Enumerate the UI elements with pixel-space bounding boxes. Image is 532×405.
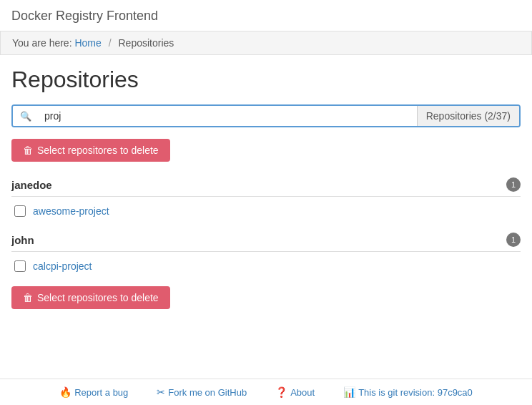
app-title: Docker Registry Frontend bbox=[0, 0, 532, 31]
delete-button-bottom-label: Select repositores to delete bbox=[37, 292, 159, 303]
search-icon bbox=[20, 111, 31, 122]
delete-button-top[interactable]: Select repositores to delete bbox=[11, 139, 170, 162]
delete-button-top-label: Select repositores to delete bbox=[37, 145, 159, 156]
page-heading: Repositories bbox=[11, 67, 521, 93]
github-icon bbox=[157, 386, 165, 398]
delete-button-bottom[interactable]: Select repositores to delete bbox=[11, 286, 170, 309]
repo-checkbox-awesome-project[interactable] bbox=[14, 205, 26, 217]
breadcrumb-separator: / bbox=[109, 37, 112, 49]
repo-group-john: john 1 calcpi-project bbox=[11, 228, 521, 278]
about-label: About bbox=[290, 387, 315, 398]
revision-label: This is git revision: 97c9ca0 bbox=[358, 387, 473, 398]
repo-item-calcpi-project: calcpi-project bbox=[11, 255, 521, 278]
fork-github-label: Fork me on GitHub bbox=[168, 387, 247, 398]
group-badge-john: 1 bbox=[506, 233, 521, 247]
group-header-john: john 1 bbox=[11, 228, 521, 252]
breadcrumb-current: Repositories bbox=[118, 37, 174, 49]
breadcrumb-bar: You are here: Home / Repositories bbox=[0, 31, 532, 55]
trash-icon-top bbox=[23, 145, 33, 156]
about-link[interactable]: About bbox=[275, 386, 315, 398]
group-name-john: john bbox=[11, 234, 34, 246]
footer: Report a bug Fork me on GitHub About Thi… bbox=[0, 379, 532, 405]
repo-group-janedoe: janedoe 1 awesome-project bbox=[11, 173, 521, 223]
repo-item-awesome-project: awesome-project bbox=[11, 200, 521, 223]
repo-link-calcpi-project[interactable]: calcpi-project bbox=[33, 260, 92, 272]
group-name-janedoe: janedoe bbox=[11, 179, 52, 191]
breadcrumb-prefix: You are here: bbox=[12, 37, 72, 49]
fork-github-link[interactable]: Fork me on GitHub bbox=[157, 386, 247, 398]
bug-icon bbox=[59, 386, 72, 398]
group-badge-janedoe: 1 bbox=[506, 177, 521, 192]
report-bug-link[interactable]: Report a bug bbox=[59, 386, 128, 398]
repo-checkbox-calcpi-project[interactable] bbox=[14, 260, 26, 272]
repo-count-badge: Repositories (2/37) bbox=[417, 106, 519, 126]
group-header-janedoe: janedoe 1 bbox=[11, 173, 521, 197]
revision-link[interactable]: This is git revision: 97c9ca0 bbox=[343, 386, 473, 398]
about-icon bbox=[275, 386, 287, 398]
breadcrumb-home[interactable]: Home bbox=[74, 37, 101, 49]
trash-icon-bottom bbox=[23, 292, 33, 303]
chart-icon bbox=[343, 386, 355, 398]
search-icon-btn[interactable] bbox=[13, 106, 39, 126]
report-bug-label: Report a bug bbox=[74, 387, 128, 398]
search-bar: Repositories (2/37) bbox=[11, 104, 521, 127]
repo-link-awesome-project[interactable]: awesome-project bbox=[33, 205, 109, 217]
search-input[interactable] bbox=[39, 106, 417, 126]
